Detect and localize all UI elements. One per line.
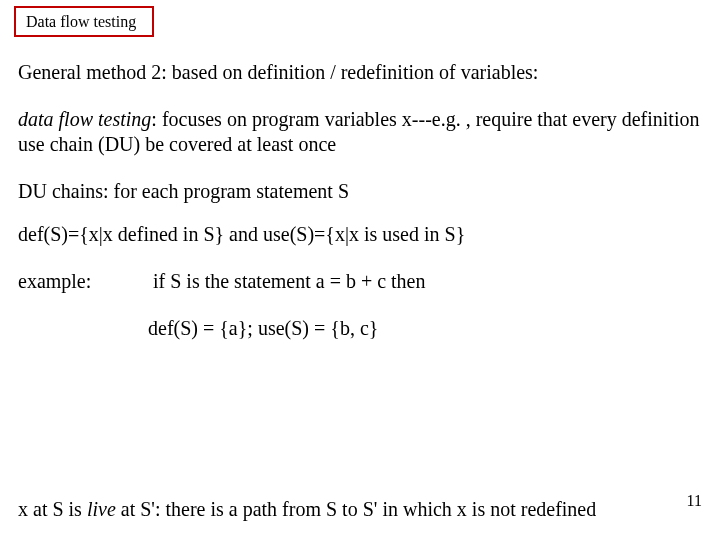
slide-title: Data flow testing	[26, 13, 136, 30]
du-chains-line: DU chains: for each program statement S	[18, 179, 702, 204]
page-number-text: 11	[687, 492, 702, 509]
defs-text: def(S)={x|x defined in S} and use(S)={x|…	[18, 223, 465, 245]
live-paragraph: x at S is live at S': there is a path fr…	[18, 497, 660, 522]
example-label: example:	[18, 269, 148, 294]
live-pre: x at S is	[18, 498, 87, 520]
title-box: Data flow testing	[14, 6, 154, 37]
dft-paragraph: data flow testing: focuses on program va…	[18, 107, 702, 157]
dft-label: data flow testing	[18, 108, 151, 130]
slide: Data flow testing General method 2: base…	[0, 0, 720, 540]
slide-body: General method 2: based on definition / …	[18, 60, 702, 371]
defs-line: def(S)={x|x defined in S} and use(S)={x|…	[18, 222, 702, 247]
defuse-text: def(S) = {a}; use(S) = {b, c}	[148, 317, 378, 339]
example-line: example: if S is the statement a = b + c…	[18, 269, 702, 294]
du-chains-text: DU chains: for each program statement S	[18, 180, 349, 202]
defuse-line: def(S) = {a}; use(S) = {b, c}	[148, 316, 702, 341]
example-text: if S is the statement a = b + c then	[153, 269, 426, 294]
page-number: 11	[687, 492, 702, 510]
heading-line: General method 2: based on definition / …	[18, 60, 702, 85]
heading-text: General method 2: based on definition / …	[18, 61, 538, 83]
live-word: live	[87, 498, 116, 520]
live-post: at S': there is a path from S to S' in w…	[116, 498, 596, 520]
